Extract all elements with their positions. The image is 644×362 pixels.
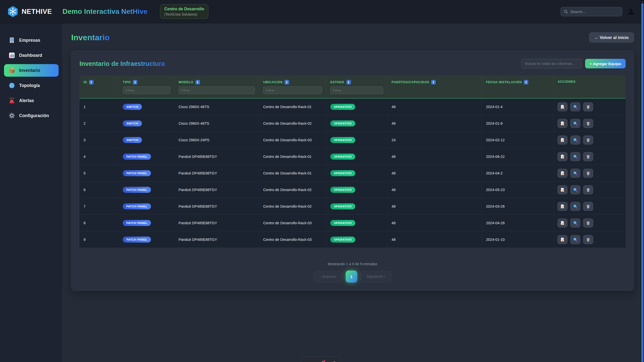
- delete-button[interactable]: [583, 135, 593, 145]
- cell-ubicacion: Centro de Desarrollo-Rack-02: [259, 182, 326, 198]
- view-button[interactable]: [570, 152, 580, 161]
- gear-outline-icon: [332, 361, 336, 362]
- cell-acciones: [553, 198, 626, 215]
- delete-button[interactable]: [583, 202, 593, 211]
- scrollbar-up-arrow[interactable]: [641, 1, 643, 2]
- trash-icon: [586, 138, 590, 142]
- user-menu-button[interactable]: [627, 8, 635, 16]
- cell-estado: OPERATIVO: [326, 198, 387, 215]
- org-badge-title: Centro de Desarrollo: [164, 7, 204, 11]
- cell-modelo: Panduit DP485E88TGY: [175, 148, 259, 165]
- sidebar-item-alertas[interactable]: Alertas: [4, 94, 59, 107]
- sort-icon[interactable]: ↕: [89, 80, 94, 84]
- sort-icon[interactable]: ↕: [133, 80, 137, 84]
- sidebar-item-topologia[interactable]: Topología: [4, 79, 59, 92]
- scrollbar-thumb[interactable]: [641, 3, 643, 362]
- trash-icon: [586, 221, 590, 225]
- table-row: 2 SWITCH Cisco 2960X-48TS Centro de Desa…: [79, 115, 626, 132]
- page-scrollbar[interactable]: [641, 0, 644, 362]
- edit-button[interactable]: [557, 119, 568, 128]
- view-button[interactable]: [570, 135, 580, 145]
- cell-fecha: 2024-04-2: [482, 165, 553, 182]
- delete-button[interactable]: [583, 119, 593, 128]
- sidebar-item-empresas[interactable]: Empresas: [4, 34, 59, 47]
- view-button[interactable]: [570, 119, 580, 128]
- sort-icon[interactable]: ↕: [524, 80, 528, 84]
- sort-icon[interactable]: ↕: [346, 80, 351, 84]
- delete-button[interactable]: [583, 235, 593, 244]
- cell-modelo: Panduit DP485E88TGY: [175, 198, 259, 215]
- table-row: 8 PATCH PANEL Panduit DP485E88TGY Centro…: [79, 215, 626, 231]
- current-page-button[interactable]: 1: [346, 270, 357, 283]
- delete-button[interactable]: [583, 152, 593, 161]
- sort-icon[interactable]: ↕: [431, 80, 436, 84]
- toolbar-divider: [328, 361, 328, 362]
- delete-button[interactable]: [583, 102, 593, 111]
- edit-button[interactable]: [557, 235, 568, 244]
- table-row: 7 PATCH PANEL Panduit DP485E88TGY Centro…: [79, 198, 626, 215]
- notification-dot: [323, 360, 325, 362]
- view-button[interactable]: [570, 102, 580, 111]
- edit-button[interactable]: [557, 218, 568, 228]
- filter-estado-input[interactable]: [330, 86, 383, 94]
- global-search[interactable]: [560, 7, 622, 16]
- memo-icon: [560, 138, 565, 142]
- sidebar-item-inventario[interactable]: Inventario: [4, 64, 59, 77]
- back-home-button[interactable]: ← Volver al inicio: [589, 32, 634, 42]
- view-button[interactable]: [570, 218, 580, 228]
- top-bar: NETHIVE Demo Interactiva NetHive Centro …: [0, 0, 644, 23]
- magnifier-icon: [573, 154, 578, 159]
- table-global-filter-input[interactable]: [521, 59, 582, 68]
- edit-button[interactable]: [557, 169, 568, 178]
- trash-icon: [586, 237, 590, 242]
- memo-icon: [560, 204, 565, 209]
- cell-id: 6: [79, 182, 119, 198]
- cell-ubicacion: Centro de Desarrollo-Rack-03: [259, 132, 326, 148]
- font-size-button[interactable]: A: [305, 361, 308, 362]
- table-row: 6 PATCH PANEL Panduit DP485E88TGY Centro…: [79, 182, 626, 198]
- column-header-acciones: ACCIONES: [557, 80, 622, 83]
- cell-fecha: 2024-01-10: [482, 231, 553, 248]
- cell-fecha: 2024-01-4: [482, 99, 553, 115]
- edit-button[interactable]: [557, 202, 568, 211]
- next-page-button[interactable]: Siguiente ›: [360, 271, 391, 282]
- view-button[interactable]: [570, 202, 580, 211]
- tipo-badge: PATCH PANEL: [123, 187, 151, 193]
- filter-ubicacion-input[interactable]: [263, 86, 322, 94]
- view-button[interactable]: [570, 169, 580, 178]
- settings-sliders-button[interactable]: [319, 361, 324, 362]
- cell-tipo: SWITCH: [119, 99, 174, 115]
- sidebar-item-configuracion[interactable]: Configuración: [4, 109, 59, 122]
- cell-id: 1: [79, 99, 119, 115]
- cell-id: 9: [79, 231, 119, 248]
- edit-button[interactable]: [557, 135, 568, 145]
- cell-modelo: Panduit DP485E88TGY: [175, 231, 259, 248]
- toolbar-settings-button[interactable]: [332, 361, 336, 362]
- trash-icon: [586, 171, 590, 175]
- pen-tool-button[interactable]: [312, 361, 316, 362]
- estado-badge: OPERATIVO: [330, 120, 355, 126]
- filter-modelo-input[interactable]: [179, 86, 255, 94]
- global-search-input[interactable]: [570, 10, 619, 14]
- delete-button[interactable]: [583, 169, 593, 178]
- delete-button[interactable]: [583, 218, 593, 228]
- sidebar-item-dashboard[interactable]: Dashboard: [4, 49, 59, 62]
- filter-tipo-input[interactable]: [123, 86, 170, 94]
- sort-icon[interactable]: ↕: [195, 80, 200, 84]
- edit-button[interactable]: [557, 152, 568, 161]
- magnifier-icon: [573, 204, 578, 209]
- column-header-modelo: MODELO↕: [179, 80, 255, 84]
- sidebar-item-label: Empresas: [19, 38, 40, 43]
- panel-tools: + Agregar Equipo: [521, 59, 626, 68]
- sort-icon[interactable]: ↕: [285, 80, 289, 84]
- view-button[interactable]: [570, 235, 580, 244]
- estado-badge: OPERATIVO: [330, 137, 355, 143]
- edit-button[interactable]: [557, 102, 568, 111]
- view-button[interactable]: [570, 185, 580, 194]
- delete-button[interactable]: [583, 185, 593, 194]
- pagination-summary: Mostrando 1 a 9 de 9 entradas: [79, 262, 626, 266]
- cell-acciones: [553, 182, 626, 198]
- prev-page-button[interactable]: ‹ Anterior: [314, 271, 343, 282]
- edit-button[interactable]: [557, 185, 568, 194]
- add-equipment-button[interactable]: + Agregar Equipo: [585, 59, 626, 68]
